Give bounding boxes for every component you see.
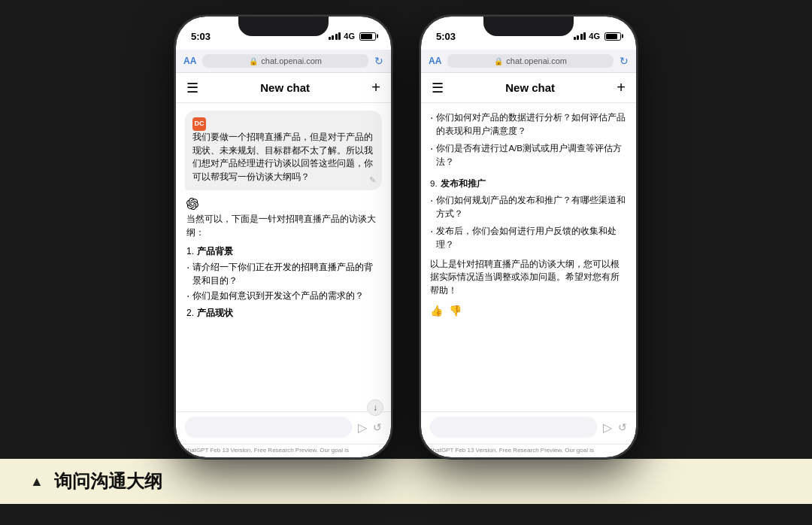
- user-message-text-left: 我们要做一个招聘直播产品，但是对于产品的现状、未来规划、目标群都不太了解。所以我…: [192, 131, 374, 184]
- lte-label-right: 4G: [589, 32, 600, 41]
- browser-url-right[interactable]: 🔒 chat.openai.com: [447, 54, 614, 68]
- right-phone: 5:03 4G AA 🔒 chat.openai.com: [420, 15, 638, 459]
- regen-icon-left[interactable]: ↺: [373, 421, 382, 433]
- footer-left: ChatGPT Feb 13 Version. Free Research Pr…: [176, 444, 391, 457]
- chat-header-right: ☰ New chat +: [421, 73, 636, 103]
- battery-icon-left: [359, 32, 376, 41]
- scroll-down-left[interactable]: ↓: [367, 399, 383, 416]
- new-chat-icon-left[interactable]: +: [371, 79, 380, 96]
- browser-aa-right[interactable]: AA: [429, 56, 441, 66]
- section1-item: 1. 产品背景: [186, 244, 380, 258]
- browser-bar-right: AA 🔒 chat.openai.com ↻: [421, 50, 636, 73]
- refresh-icon-right[interactable]: ↻: [620, 55, 629, 67]
- chat-input-right[interactable]: [430, 417, 597, 438]
- bullet1-item: 请介绍一下你们正在开发的招聘直播产品的背景和目的？: [186, 260, 380, 287]
- send-icon-right[interactable]: ▷: [603, 420, 612, 435]
- status-icons-left: 4G: [329, 32, 376, 41]
- caption-text: 询问沟通大纲: [54, 469, 162, 493]
- caption-area: ▲ 询问沟通大纲: [0, 459, 812, 504]
- lock-icon-right: 🔒: [494, 57, 503, 65]
- browser-bar-left: AA 🔒 chat.openai.com ↻: [176, 50, 391, 73]
- regen-icon-right[interactable]: ↺: [618, 421, 627, 433]
- right-section9: 9. 发布和推广: [430, 177, 627, 190]
- bullet2-item: 你们是如何意识到开发这个产品的需求的？: [186, 289, 380, 303]
- refresh-icon-left[interactable]: ↻: [374, 55, 383, 67]
- menu-icon-right[interactable]: ☰: [432, 80, 444, 96]
- bottom-bar-right: ▷ ↺: [421, 411, 636, 444]
- send-icon-left[interactable]: ▷: [358, 420, 367, 435]
- lock-icon-left: 🔒: [249, 57, 258, 65]
- phone-notch-right: [483, 17, 574, 36]
- chat-header-left: ☰ New chat +: [176, 73, 391, 103]
- left-phone-screen: 5:03 4G AA 🔒 chat.openai.com: [176, 17, 391, 457]
- assistant-message-left: 当然可以，下面是一针对招聘直播产品的访谈大纲： 1. 产品背景 请介绍一下你们正…: [185, 198, 382, 322]
- signal-icon-left: [329, 32, 341, 40]
- browser-url-left[interactable]: 🔒 chat.openai.com: [202, 54, 368, 68]
- caption-triangle-icon: ▲: [30, 474, 44, 490]
- chat-title-right: New chat: [505, 81, 555, 94]
- right-bullet1: 你们如何对产品的数据进行分析？如何评估产品的表现和用户满意度？: [430, 111, 627, 138]
- chat-input-left[interactable]: [185, 417, 352, 438]
- signal-icon-right: [574, 32, 586, 40]
- status-time-right: 5:03: [436, 31, 456, 42]
- chat-content-left: DC 我们要做一个招聘直播产品，但是对于产品的现状、未来规划、目标群都不太了解。…: [176, 103, 391, 411]
- right-phone-screen: 5:03 4G AA 🔒 chat.openai.com: [421, 17, 636, 457]
- status-time-left: 5:03: [191, 31, 211, 42]
- user-avatar-left: DC: [192, 117, 206, 131]
- footer-right: ChatGPT Feb 13 Version. Free Research Pr…: [421, 444, 636, 457]
- reaction-icons-right: 👍 👎: [430, 301, 627, 320]
- section2-item: 2. 产品现状: [186, 306, 380, 320]
- lte-label-left: 4G: [344, 32, 355, 41]
- bottom-bar-left: ▷ ↺: [176, 411, 391, 444]
- thumbs-down-icon[interactable]: 👎: [449, 302, 462, 319]
- new-chat-icon-right[interactable]: +: [617, 79, 626, 96]
- thumbs-up-icon[interactable]: 👍: [430, 302, 443, 319]
- chat-title-left: New chat: [260, 81, 310, 94]
- right-bullet3: 你们如何规划产品的发布和推广？有哪些渠道和方式？: [430, 193, 627, 221]
- right-closing-text: 以上是针对招聘直播产品的访谈大纲，您可以根据实际情况适当调整或添加问题。希望对您…: [430, 258, 627, 298]
- right-chat-content: 你们如何对产品的数据进行分析？如何评估产品的表现和用户满意度？ 你们是否有进行过…: [421, 103, 636, 411]
- phone-notch-left: [238, 17, 329, 36]
- user-message-left: DC 我们要做一个招聘直播产品，但是对于产品的现状、未来规划、目标群都不太了解。…: [185, 111, 382, 190]
- right-bullet4: 发布后，你们会如何进行用户反馈的收集和处理？: [430, 224, 627, 252]
- left-phone: 5:03 4G AA 🔒 chat.openai.com: [174, 15, 392, 459]
- edit-icon-left[interactable]: ✎: [369, 174, 376, 187]
- status-icons-right: 4G: [574, 32, 621, 41]
- assistant-intro-left: 当然可以，下面是一针对招聘直播产品的访谈大纲：: [186, 213, 380, 240]
- browser-aa-left[interactable]: AA: [183, 56, 196, 66]
- battery-icon-right: [604, 32, 621, 41]
- phones-container: 5:03 4G AA 🔒 chat.openai.com: [0, 0, 812, 459]
- right-bullet2: 你们是否有进行过A/B测试或用户调查等评估方法？: [430, 141, 627, 169]
- openai-logo-left: [186, 198, 198, 210]
- menu-icon-left[interactable]: ☰: [186, 80, 198, 96]
